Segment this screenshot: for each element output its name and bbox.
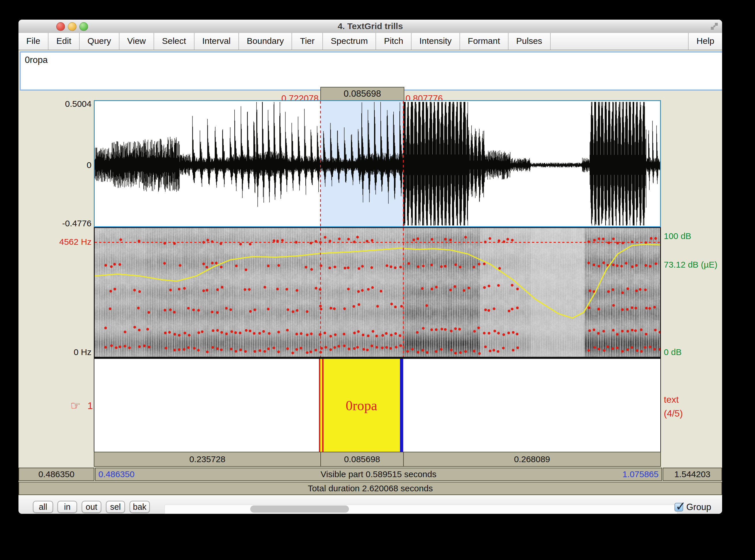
formant-dot [426,351,428,354]
formant-dot [329,348,332,351]
formant-dot [352,305,355,308]
formant-dot [489,237,491,240]
formant-dot [264,350,266,353]
formant-dot [463,289,465,292]
formant-dot [421,349,424,352]
all-button[interactable]: all [33,501,53,513]
formant-dot [310,268,313,271]
formant-dot [390,303,393,305]
formant-dot [184,332,186,334]
formant-dot [300,332,303,335]
window-start-cell[interactable]: 0.486350 [19,468,94,481]
formant-dot [612,238,615,240]
formant-dot [611,347,614,350]
textgrid-tier-panel[interactable]: 0ropa [94,359,661,452]
formant-dot [258,332,261,335]
menu-formant[interactable]: Formant [460,33,509,49]
bak-button[interactable]: bak [129,501,150,513]
formant-dot [104,346,107,348]
interval-boundary-red[interactable] [319,359,320,452]
menu-select[interactable]: Select [154,33,194,49]
formant-dot [164,309,166,312]
menu-view[interactable]: View [120,33,154,49]
duration-before-cell[interactable]: 0.235728 [94,452,321,467]
formant-dot [621,292,624,294]
formant-dot [634,307,637,309]
duration-selected-cell[interactable]: 0.085698 [320,452,404,467]
formant-dot [444,238,447,240]
formant-dot [493,307,495,310]
fullscreen-icon[interactable] [709,21,719,31]
formant-dot [259,349,261,352]
menu-help[interactable]: Help [688,33,722,49]
window-end-cell[interactable]: 1.544203 [662,468,722,481]
out-button[interactable]: out [82,501,101,513]
formant-dot [621,350,624,353]
spectrogram-panel[interactable] [94,227,661,359]
formant-dot [295,289,298,292]
menu-query[interactable]: Query [80,33,120,49]
interval-text[interactable]: 0ropa [320,359,403,452]
horizontal-scrollbar[interactable] [164,505,677,514]
tier-number-label[interactable]: ☞ 1 [62,399,93,412]
formant-dot [381,346,384,349]
selection-end-line[interactable] [403,101,404,226]
menu-pitch[interactable]: Pitch [376,33,411,49]
formant-dot [639,288,641,291]
formant-dot [216,311,219,314]
formant-dot [440,348,443,351]
sel-button[interactable]: sel [106,501,125,513]
menu-tier[interactable]: Tier [292,33,323,49]
formant-dot [104,327,107,329]
formant-dot [163,262,166,265]
selection-duration-button[interactable]: 0.085698 [320,87,404,100]
formant-dot [598,237,600,240]
formant-dot [645,333,647,335]
selection-start-line[interactable] [320,101,321,226]
formant-dot [187,346,190,349]
formant-dot [114,288,116,291]
menu-interval[interactable]: Interval [195,33,239,49]
formant-dot [620,265,623,267]
formant-dot [277,264,280,267]
menu-edit[interactable]: Edit [48,33,80,49]
interval-boundary-blue[interactable] [400,359,403,452]
formant-dot [212,329,215,332]
scrollbar-thumb[interactable] [250,505,349,513]
formant-dot [399,334,401,337]
group-checkbox[interactable]: ✓ [674,503,683,512]
bottom-control-strip: allinoutselbak ✓ Group [19,495,722,514]
formant-dot [417,351,419,354]
total-duration-cell[interactable]: Total duration 2.620068 seconds [19,482,722,495]
formant-dot [277,351,280,353]
duration-after-cell[interactable]: 0.268089 [403,452,661,467]
formant-dot [631,265,633,268]
formant-dot [430,328,433,331]
formant-dot [362,334,364,336]
menu-intensity[interactable]: Intensity [411,33,460,49]
menu-boundary[interactable]: Boundary [239,33,292,49]
formant-dot [367,288,370,291]
interval-boundary-red-2[interactable] [322,359,324,452]
formant-dot [602,262,605,264]
formant-dot [211,346,214,349]
menu-pulses[interactable]: Pulses [509,33,551,49]
formant-dot [488,332,490,335]
visible-part-cell[interactable]: 0.486350 Visible part 0.589515 seconds 1… [95,468,662,481]
waveform-canvas [95,101,660,226]
formant-dot [508,310,510,312]
tier-name-label: text [664,394,679,405]
in-button[interactable]: in [57,501,77,513]
formant-dot [417,265,419,268]
formant-dot [441,328,443,330]
formant-dot [464,236,467,238]
formant-dot [328,267,331,269]
selection-end-line-spec [403,228,404,357]
menu-spectrum[interactable]: Spectrum [323,33,376,49]
interval-text-input[interactable]: 0ropa [20,52,722,91]
formant-dot [493,349,495,352]
formant-dot [305,266,307,268]
waveform-panel[interactable] [94,100,661,227]
menu-file[interactable]: File [19,33,48,49]
formant-dot [225,307,228,309]
